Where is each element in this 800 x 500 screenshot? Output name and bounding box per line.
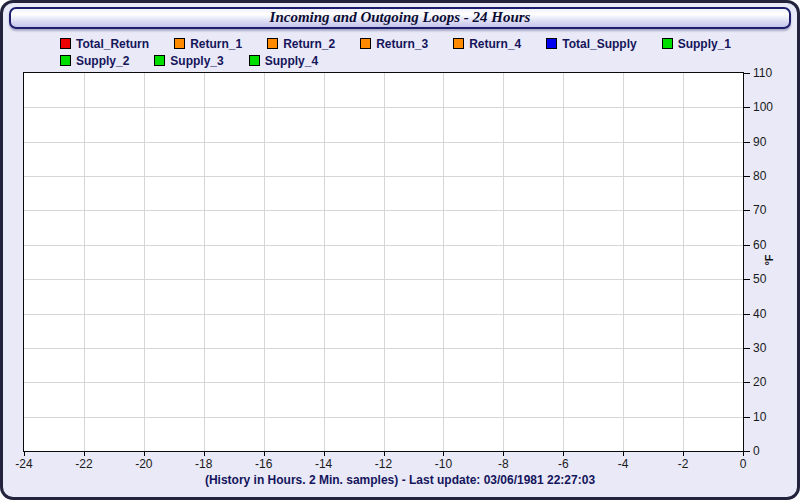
legend-item-return_2[interactable]: Return_2: [267, 36, 335, 51]
x-gridline: [563, 73, 564, 451]
legend-swatch-icon: [453, 38, 464, 49]
legend-swatch-icon: [546, 38, 557, 49]
y-axis-tick: [744, 417, 750, 418]
y-gridline: [24, 279, 743, 280]
x-gridline: [144, 73, 145, 451]
x-axis-tick: [84, 452, 85, 456]
x-gridline: [324, 73, 325, 451]
legend-label: Return_3: [376, 37, 428, 51]
legend-item-return_4[interactable]: Return_4: [453, 36, 521, 51]
x-gridline: [623, 73, 624, 451]
legend-swatch-icon: [662, 38, 673, 49]
y-gridline: [24, 245, 743, 246]
x-axis-tick: [24, 452, 25, 456]
legend-item-return_3[interactable]: Return_3: [360, 36, 428, 51]
legend-swatch-icon: [60, 38, 71, 49]
y-gridline: [24, 348, 743, 349]
y-axis-label: °F: [763, 250, 779, 270]
x-axis-tick: [264, 452, 265, 456]
y-axis-tick: [744, 382, 750, 383]
x-axis-tick: [683, 452, 684, 456]
y-gridline: [24, 210, 743, 211]
x-tick-label: -8: [483, 457, 523, 471]
x-tick-label: -20: [124, 457, 164, 471]
x-tick-label: -16: [244, 457, 284, 471]
legend-item-supply_3[interactable]: Supply_3: [154, 53, 223, 68]
y-tick-label: 30: [753, 341, 766, 355]
y-axis-tick: [744, 142, 750, 143]
y-gridline: [24, 107, 743, 108]
legend-swatch-icon: [249, 55, 260, 66]
x-gridline: [503, 73, 504, 451]
legend-swatch-icon: [267, 38, 278, 49]
y-tick-label: 60: [753, 238, 766, 252]
legend-label: Total_Return: [76, 37, 149, 51]
legend-item-return_1[interactable]: Return_1: [174, 36, 242, 51]
x-axis-tick: [623, 452, 624, 456]
y-tick-label: 90: [753, 135, 766, 149]
legend-label: Total_Supply: [562, 37, 636, 51]
y-axis-tick: [744, 451, 750, 452]
x-axis-tick: [563, 452, 564, 456]
x-tick-label: -10: [423, 457, 463, 471]
x-tick-label: -24: [4, 457, 44, 471]
legend-swatch-icon: [174, 38, 185, 49]
legend-item-total_return[interactable]: Total_Return: [60, 36, 149, 51]
chart-footer: (History in Hours. 2 Min. samples) - Las…: [3, 473, 797, 487]
page-title: Incoming and Outgoing Loops - 24 Hours: [270, 9, 531, 25]
y-tick-label: 0: [753, 444, 760, 458]
screen: Incoming and Outgoing Loops - 24 Hours T…: [0, 0, 800, 500]
x-axis-tick: [384, 452, 385, 456]
y-gridline: [24, 142, 743, 143]
x-tick-label: -4: [603, 457, 643, 471]
x-gridline: [683, 73, 684, 451]
legend-item-supply_1[interactable]: Supply_1: [662, 36, 731, 51]
legend-swatch-icon: [154, 55, 165, 66]
y-axis-tick: [744, 107, 750, 108]
legend-label: Supply_4: [265, 54, 318, 68]
x-tick-label: -18: [184, 457, 224, 471]
x-axis-tick: [144, 452, 145, 456]
x-axis-tick: [503, 452, 504, 456]
x-gridline: [204, 73, 205, 451]
x-gridline: [264, 73, 265, 451]
x-axis-tick: [324, 452, 325, 456]
legend-item-total_supply[interactable]: Total_Supply: [546, 36, 636, 51]
y-tick-label: 110: [753, 66, 772, 80]
legend-swatch-icon: [60, 55, 71, 66]
x-gridline: [84, 73, 85, 451]
legend-label: Return_4: [469, 37, 521, 51]
y-axis-tick: [744, 279, 750, 280]
window-titlebar: Incoming and Outgoing Loops - 24 Hours: [9, 7, 791, 29]
y-tick-label: 50: [753, 272, 766, 286]
x-tick-label: -12: [364, 457, 404, 471]
legend-item-supply_2[interactable]: Supply_2: [60, 53, 129, 68]
chart-legend: Total_ReturnReturn_1Return_2Return_3Retu…: [60, 36, 769, 68]
x-tick-label: 0: [723, 457, 763, 471]
y-tick-label: 80: [753, 169, 766, 183]
y-axis-tick: [744, 245, 750, 246]
y-tick-label: 70: [753, 203, 766, 217]
y-tick-label: 10: [753, 410, 766, 424]
x-tick-label: -2: [663, 457, 703, 471]
x-axis-tick: [743, 452, 744, 456]
legend-label: Supply_1: [678, 37, 731, 51]
y-gridline: [24, 382, 743, 383]
x-tick-label: -22: [64, 457, 104, 471]
x-tick-label: -14: [304, 457, 344, 471]
y-tick-label: 40: [753, 307, 766, 321]
legend-swatch-icon: [360, 38, 371, 49]
legend-label: Return_1: [190, 37, 242, 51]
y-axis-tick: [744, 348, 750, 349]
legend-label: Supply_3: [170, 54, 223, 68]
legend-label: Return_2: [283, 37, 335, 51]
legend-item-supply_4[interactable]: Supply_4: [249, 53, 318, 68]
trend-chart-window: Incoming and Outgoing Loops - 24 Hours T…: [0, 0, 800, 500]
legend-label: Supply_2: [76, 54, 129, 68]
x-tick-label: -6: [543, 457, 583, 471]
x-gridline: [443, 73, 444, 451]
y-tick-label: 100: [753, 100, 773, 114]
y-gridline: [24, 417, 743, 418]
y-gridline: [24, 314, 743, 315]
y-axis-tick: [744, 73, 750, 74]
